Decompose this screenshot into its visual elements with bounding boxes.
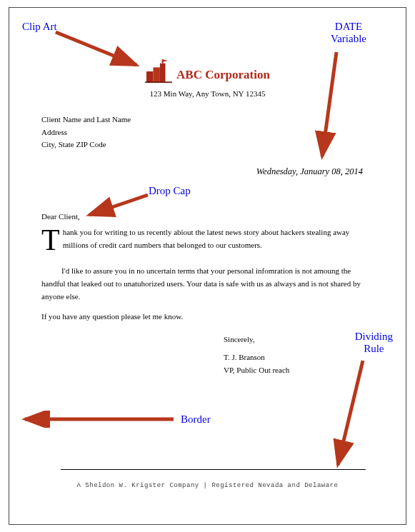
arrow-drop-cap [82,192,154,221]
signer-name: T. J. Branson [224,351,289,364]
letter-body: T hank you for writing to us recently ab… [41,226,371,323]
client-city: City, State ZIP Code [41,139,131,151]
document-border: Clip Art DATE Variable Drop Cap Dividing… [9,7,406,525]
closing: Sincerely, [224,333,289,346]
dividing-rule [61,469,366,470]
company-address: 123 Min Way, Any Town, NY 12345 [9,89,406,98]
drop-cap-letter: T [41,226,63,252]
svg-rect-6 [154,67,160,82]
svg-rect-7 [160,64,166,82]
annotation-drop-cap: Drop Cap [149,185,191,197]
date-variable: Wednesday, January 08, 2014 [256,166,363,177]
paragraph-1: T hank you for writing to us recently ab… [41,226,371,257]
clip-art-icon [145,59,172,84]
footer-text: A Sheldon W. Krigster Company | Register… [9,482,406,489]
letterhead: ABC Corporation 123 Min Way, Any Town, N… [9,59,406,98]
arrow-dividing-rule [324,358,374,472]
salutation: Dear Client, [41,212,80,221]
client-name: Client Name and Last Name [41,114,131,126]
svg-rect-5 [146,71,153,82]
client-address: Address [41,126,131,139]
company-name: ABC Corporation [176,68,270,84]
paragraph-3: If you have any question please let me k… [41,310,371,323]
annotation-date-variable: DATE Variable [331,21,366,45]
annotation-dividing-rule: Dividing Rule [355,331,393,355]
signer-title: VP, Public Out reach [224,363,289,377]
paragraph-1-text: hank you for writing to us recently abio… [41,226,371,251]
arrow-border [18,411,179,428]
signature-block: Sincerely, T. J. Branson VP, Public Out … [224,333,289,377]
paragraph-2: I'd like to assure you in no uncertain t… [41,264,371,303]
annotation-border: Border [181,413,211,426]
svg-line-3 [338,361,363,465]
svg-line-2 [89,195,148,215]
client-address-block: Client Name and Last Name Address City, … [41,114,131,151]
svg-marker-9 [162,59,169,62]
